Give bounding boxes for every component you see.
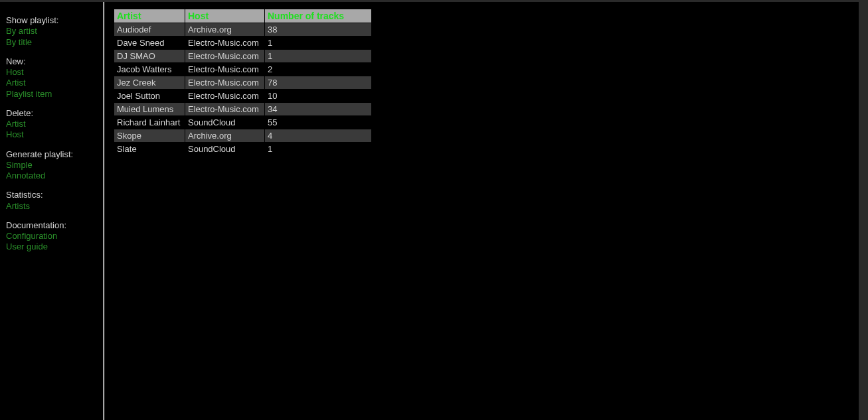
cell-tracks: 2 xyxy=(265,63,371,76)
table-row: Dave SneedElectro-Music.com1 xyxy=(114,36,371,49)
section-documentation: Documentation: Configuration User guide xyxy=(6,220,103,253)
link-doc-user-guide[interactable]: User guide xyxy=(6,242,103,252)
cell-artist: Jacob Watters xyxy=(114,63,185,76)
header-host[interactable]: Host xyxy=(185,9,264,23)
table-row: DJ SMAOElectro-Music.com1 xyxy=(114,50,371,62)
cell-host: SoundCloud xyxy=(185,143,264,155)
cell-tracks: 1 xyxy=(265,36,371,49)
label-statistics: Statistics: xyxy=(6,190,103,200)
table-row: Muied LumensElectro-Music.com34 xyxy=(114,103,371,115)
cell-artist: Muied Lumens xyxy=(114,103,185,115)
cell-host: SoundCloud xyxy=(185,116,264,129)
cell-artist: Joel Sutton xyxy=(114,90,185,102)
cell-host: Electro-Music.com xyxy=(185,36,264,49)
section-statistics: Statistics: Artists xyxy=(6,190,103,212)
link-new-playlist-item[interactable]: Playlist item xyxy=(6,89,103,100)
header-artist[interactable]: Artist xyxy=(114,9,185,23)
cell-tracks: 34 xyxy=(265,103,371,115)
table-row: Richard LainhartSoundCloud55 xyxy=(114,116,371,129)
cell-host: Archive.org xyxy=(185,129,264,142)
cell-host: Archive.org xyxy=(185,23,264,36)
section-delete: Delete: Artist Host xyxy=(6,108,103,141)
cell-tracks: 1 xyxy=(265,143,371,155)
right-edge-bar xyxy=(859,2,868,420)
label-generate-playlist: Generate playlist: xyxy=(6,149,103,160)
link-generate-annotated[interactable]: Annotated xyxy=(6,171,103,181)
table-row: SlateSoundCloud1 xyxy=(114,143,371,155)
table-row: AudiodefArchive.org38 xyxy=(114,23,371,36)
sidebar: Show playlist: By artist By title New: H… xyxy=(0,2,103,420)
vertical-divider xyxy=(103,2,105,420)
cell-host: Electro-Music.com xyxy=(185,76,264,89)
link-delete-artist[interactable]: Artist xyxy=(6,119,103,129)
cell-host: Electro-Music.com xyxy=(185,103,264,115)
table-row: Jez CreekElectro-Music.com78 xyxy=(114,76,371,89)
cell-artist: Dave Sneed xyxy=(114,36,185,49)
cell-artist: Jez Creek xyxy=(114,76,185,89)
cell-artist: Richard Lainhart xyxy=(114,116,185,129)
cell-tracks: 78 xyxy=(265,76,371,89)
table-row: SkopeArchive.org4 xyxy=(114,129,371,142)
link-new-host[interactable]: Host xyxy=(6,67,103,78)
link-new-artist[interactable]: Artist xyxy=(6,78,103,88)
cell-artist: Skope xyxy=(114,129,185,142)
cell-artist: DJ SMAO xyxy=(114,50,185,62)
link-statistics-artists[interactable]: Artists xyxy=(6,201,103,212)
link-doc-configuration[interactable]: Configuration xyxy=(6,231,103,242)
header-tracks[interactable]: Number of tracks xyxy=(265,9,371,23)
section-show-playlist: Show playlist: By artist By title xyxy=(6,15,103,48)
cell-tracks: 38 xyxy=(265,23,371,36)
table-header-row: Artist Host Number of tracks xyxy=(114,9,371,23)
label-documentation: Documentation: xyxy=(6,220,103,231)
link-by-title[interactable]: By title xyxy=(6,37,103,48)
table-row: Jacob WattersElectro-Music.com2 xyxy=(114,63,371,76)
section-new: New: Host Artist Playlist item xyxy=(6,56,103,100)
cell-artist: Slate xyxy=(114,143,185,155)
cell-tracks: 4 xyxy=(265,129,371,142)
cell-artist: Audiodef xyxy=(114,23,185,36)
artists-table: Artist Host Number of tracks AudiodefArc… xyxy=(114,9,372,156)
cell-host: Electro-Music.com xyxy=(185,90,264,102)
link-delete-host[interactable]: Host xyxy=(6,129,103,140)
label-show-playlist: Show playlist: xyxy=(6,15,103,26)
link-by-artist[interactable]: By artist xyxy=(6,26,103,36)
label-new: New: xyxy=(6,56,103,67)
table-row: Joel SuttonElectro-Music.com10 xyxy=(114,90,371,102)
cell-host: Electro-Music.com xyxy=(185,63,264,76)
label-delete: Delete: xyxy=(6,108,103,119)
link-generate-simple[interactable]: Simple xyxy=(6,160,103,171)
section-generate-playlist: Generate playlist: Simple Annotated xyxy=(6,149,103,182)
cell-tracks: 10 xyxy=(265,90,371,102)
main-content: Artist Host Number of tracks AudiodefArc… xyxy=(103,2,868,420)
cell-tracks: 55 xyxy=(265,116,371,129)
cell-tracks: 1 xyxy=(265,50,371,62)
cell-host: Electro-Music.com xyxy=(185,50,264,62)
